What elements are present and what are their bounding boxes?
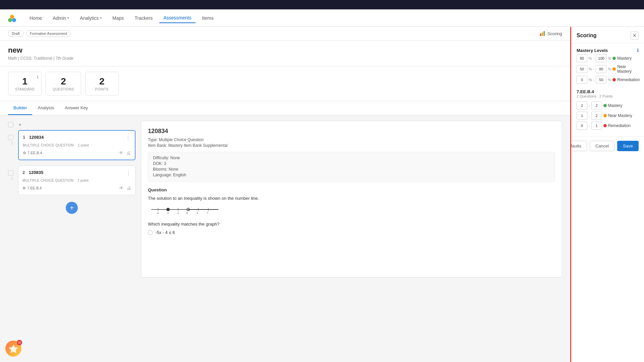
page-title: new bbox=[8, 46, 562, 55]
svg-marker-22 bbox=[9, 345, 18, 353]
nav-maps[interactable]: Maps bbox=[108, 13, 128, 23]
standard-max-1[interactable] bbox=[591, 102, 602, 110]
scoring-close-button[interactable]: ✕ bbox=[631, 32, 639, 40]
mastery-max-3[interactable] bbox=[596, 76, 606, 84]
svg-text:0: 0 bbox=[186, 212, 188, 215]
formative-badge[interactable]: Formative Assessment bbox=[26, 30, 71, 37]
q2-drag-handle[interactable]: ⠿ bbox=[11, 177, 13, 181]
svg-text:-3: -3 bbox=[166, 212, 169, 215]
q1-footer: ⚙ 7.EE.B.4 👁 🖨 bbox=[23, 150, 131, 156]
q1-preview-icon[interactable]: 👁 bbox=[119, 150, 123, 156]
admin-chevron-icon: ▾ bbox=[67, 16, 69, 20]
q2-menu-icon[interactable]: ⋮ bbox=[126, 170, 131, 176]
mastery-dash-2: - bbox=[593, 67, 595, 71]
q1-header: 1 120834 ⋮ bbox=[23, 135, 131, 141]
q2-header: 2 120835 ⋮ bbox=[22, 170, 131, 176]
nav-analytics[interactable]: Analytics▾ bbox=[76, 13, 106, 23]
mastery-pct-5: % bbox=[589, 78, 592, 82]
standard-min-3[interactable] bbox=[577, 122, 587, 130]
nav-logo[interactable] bbox=[7, 13, 17, 23]
option-radio-1[interactable] bbox=[148, 230, 153, 235]
question-item-1[interactable]: 1 120834 ⋮ MULTIPLE CHOICE QUESTION 1 po… bbox=[18, 130, 136, 160]
mastery-label-1: Mastery bbox=[617, 56, 632, 61]
standard-max-2[interactable] bbox=[591, 112, 602, 120]
mastery-min-3[interactable] bbox=[577, 76, 587, 84]
q1-id: 120834 bbox=[29, 135, 44, 140]
select-all-checkbox[interactable] bbox=[8, 122, 13, 127]
std-dot-green bbox=[603, 104, 607, 107]
mastery-label-3: Remediation bbox=[617, 77, 640, 82]
nav-bar: Home Admin▾ Analytics▾ Maps Trackers Ass… bbox=[0, 9, 644, 27]
q1-menu-icon[interactable]: ⋮ bbox=[125, 135, 131, 141]
add-question-button[interactable]: + bbox=[66, 202, 78, 214]
scoring-button[interactable]: Scoring bbox=[539, 31, 562, 37]
mastery-dash-1: - bbox=[593, 56, 595, 60]
standard-icon: ⚙ bbox=[23, 151, 26, 155]
standard-max-3[interactable] bbox=[591, 122, 602, 130]
save-button[interactable]: Save bbox=[617, 141, 639, 151]
standard-label-2: Near Mastery bbox=[608, 113, 632, 118]
mastery-dot-orange-1 bbox=[612, 67, 616, 71]
top-bar bbox=[0, 0, 644, 9]
q2-preview-icon[interactable]: 👁 bbox=[119, 185, 124, 191]
standard-min-1[interactable] bbox=[577, 102, 587, 110]
mastery-dash-3: - bbox=[593, 78, 595, 82]
q2-actions: 👁 🖨 bbox=[119, 185, 131, 191]
mastery-row-3: % - % Remediation bbox=[577, 76, 639, 84]
defaults-button[interactable]: Defaults bbox=[570, 141, 587, 151]
q1-print-icon[interactable]: 🖨 bbox=[126, 150, 131, 156]
std-dot-red bbox=[603, 124, 607, 127]
question-text: The solution to an inequality is shown o… bbox=[148, 195, 555, 202]
bottom-avatar[interactable]: 30 bbox=[5, 341, 21, 357]
tab-answer-key[interactable]: Answer Key bbox=[59, 101, 93, 115]
tab-builder[interactable]: Builder bbox=[8, 101, 32, 115]
standard-label-1: Mastery bbox=[608, 103, 623, 108]
mastery-pct-6: % bbox=[608, 78, 611, 82]
question-detail: 120834 Type: Multiple Choice Question It… bbox=[141, 121, 562, 278]
nav-items[interactable]: Items bbox=[198, 13, 218, 23]
q2-checkbox[interactable] bbox=[8, 170, 13, 176]
svg-text:3: 3 bbox=[197, 212, 198, 215]
draft-badge[interactable]: Draft bbox=[8, 30, 23, 37]
mastery-max-1[interactable] bbox=[596, 54, 606, 62]
cancel-button[interactable]: Cancel bbox=[590, 141, 614, 151]
standard-min-2[interactable] bbox=[577, 112, 587, 120]
question-option-1[interactable]: -5x - 4 ≤ 6 bbox=[148, 230, 555, 235]
question-item-1-row: ⠿ 1 120834 ⋮ MULTIPLE CHOICE QUESTION bbox=[8, 130, 136, 163]
svg-point-2 bbox=[10, 15, 14, 19]
svg-point-0 bbox=[8, 18, 12, 22]
standard-row-3: - Remediation bbox=[577, 122, 639, 130]
question-list: ▾ ⠿ 1 120834 ⋮ bbox=[8, 121, 136, 278]
q1-checkbox[interactable] bbox=[8, 135, 13, 140]
mastery-min-2[interactable] bbox=[577, 65, 587, 73]
q1-drag-handle[interactable]: ⠿ bbox=[11, 141, 13, 146]
sub-header-right: Scoring bbox=[539, 31, 562, 37]
nav-assessments[interactable]: Assessments bbox=[159, 13, 195, 23]
page-subtitle: Math | CCSS: Traditional | 7th Grade bbox=[8, 56, 562, 61]
mastery-info-icon[interactable]: ℹ bbox=[637, 48, 639, 53]
stat-standard: ℹ 1 STANDARD bbox=[8, 72, 42, 96]
sub-header: Draft Formative Assessment Scoring bbox=[0, 27, 570, 41]
tab-analysis[interactable]: Analysis bbox=[32, 101, 59, 115]
stat-label-points: POINTS bbox=[92, 87, 112, 91]
content-wrapper: Draft Formative Assessment Scoring new M… bbox=[0, 27, 644, 362]
q2-number: 2 bbox=[22, 170, 25, 175]
stat-number-questions: 2 bbox=[53, 76, 74, 87]
mastery-min-1[interactable] bbox=[577, 54, 587, 62]
svg-text:-1: -1 bbox=[176, 212, 179, 215]
sub-header-left: Draft Formative Assessment bbox=[8, 30, 71, 37]
mastery-max-2[interactable] bbox=[596, 65, 606, 73]
q2-print-icon[interactable]: 🖨 bbox=[126, 185, 131, 191]
nav-home[interactable]: Home bbox=[25, 13, 46, 23]
stat-info-icon[interactable]: ℹ bbox=[37, 75, 39, 79]
nav-trackers[interactable]: Trackers bbox=[130, 13, 157, 23]
question-item-2[interactable]: 2 120835 ⋮ MULTIPLE CHOICE QUESTION 1 po… bbox=[18, 166, 136, 195]
stats-row: ℹ 1 STANDARD 2 QUESTIONS 2 POINTS bbox=[0, 66, 570, 101]
nav-admin[interactable]: Admin▾ bbox=[49, 13, 73, 23]
notification-badge: 30 bbox=[17, 340, 22, 345]
q2-type: MULTIPLE CHOICE QUESTION bbox=[22, 179, 73, 182]
question-detail-attrs: Difficulty: None DOK: 3 Blooms: None Lan… bbox=[148, 152, 555, 182]
collapse-icon[interactable]: ▾ bbox=[19, 122, 21, 127]
stat-number-points: 2 bbox=[92, 76, 112, 87]
mastery-pct-3: % bbox=[589, 67, 592, 71]
